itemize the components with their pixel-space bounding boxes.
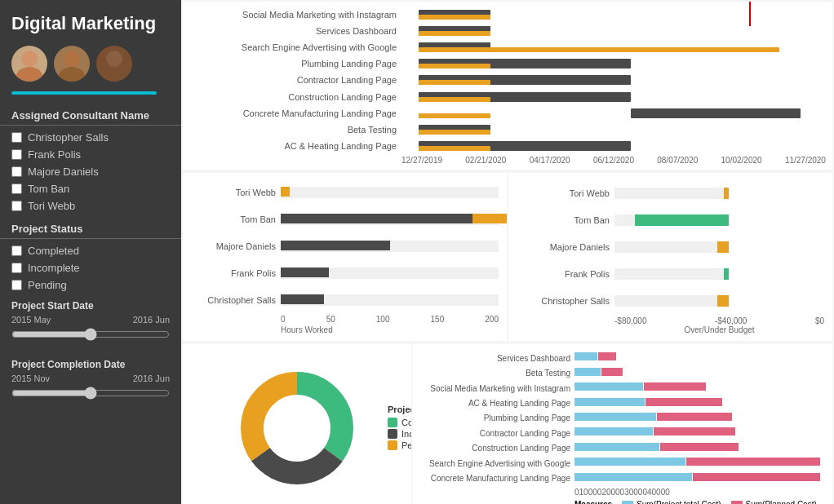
cost-bar-track [574, 352, 826, 364]
cost-panel: Services DashboardBeta TestingSocial Med… [413, 344, 832, 504]
legend-completed: Completed [388, 418, 411, 427]
checkbox-christopher[interactable] [11, 132, 22, 143]
cost-bar-row: Social Media Marketing with Instagram [419, 382, 826, 394]
consultant-label-christopher: Christopher Salls [28, 131, 109, 144]
hours-bar-row: Tori Webb [191, 187, 499, 198]
legend-dot-completed [388, 418, 397, 427]
gantt-bar-container [401, 141, 826, 151]
gantt-bar-container [401, 125, 826, 135]
legend-label-completed: Completed [401, 418, 411, 427]
cost-bar-blue [574, 473, 692, 481]
legend-dot-pending [388, 440, 397, 450]
budget-axis-label: Over/Under Budget [517, 325, 824, 334]
cost-axis-tick: 10000 [579, 488, 602, 497]
sidebar-item-frank[interactable]: Frank Polis [0, 146, 181, 163]
budget-bar-orange [717, 295, 729, 307]
sidebar-item-tomban[interactable]: Tom Ban [0, 180, 181, 197]
cost-bar-stack [574, 443, 739, 454]
hours-axis-tick: 200 [485, 315, 499, 324]
hours-bar-label: Tori Webb [191, 188, 281, 197]
hours-bar-dark [281, 267, 329, 277]
budget-bar-track [614, 241, 729, 253]
hours-axis-tick: 150 [431, 315, 445, 324]
gantt-task-label: Concrete Manufacturing Landing Page [189, 108, 401, 118]
main-content: Social Media Marketing with InstagramSer… [181, 0, 834, 504]
sidebar-item-majore[interactable]: Majore Daniels [0, 163, 181, 180]
sidebar-item-christopher[interactable]: Christopher Salls [0, 129, 181, 146]
budget-bar-label: Frank Polis [517, 269, 614, 279]
legend-label-pending: Pending [401, 440, 411, 450]
gantt-row: Contractor Landing Page [189, 73, 826, 87]
cost-bar-row: Contractor Landing Page [419, 427, 826, 439]
measures-item-label: Sum(Project total Cost) [637, 500, 721, 504]
gantt-bar-orange [419, 130, 490, 135]
gantt-task-label: Contractor Landing Page [189, 75, 401, 85]
gantt-row: Services Dashboard [189, 24, 826, 38]
today-marker [749, 2, 751, 26]
consultant-label-toriwebb: Tori Webb [28, 200, 75, 212]
start-date-slider[interactable] [11, 328, 170, 341]
gantt-row: AC & Heating Landing Page [189, 139, 826, 153]
donut-wrapper: Project Status Completed Incomplete Pend… [236, 367, 358, 489]
cost-bar-pink [693, 473, 820, 481]
cost-bar-row: Plumbing Landing Page [419, 413, 826, 424]
completion-date-left: 2015 Nov [11, 374, 50, 383]
budget-bar-row: Christopher Salls [517, 295, 824, 307]
budget-bar-track [614, 268, 729, 280]
checkbox-completed[interactable] [11, 245, 22, 256]
sidebar-item-pending[interactable]: Pending [0, 276, 181, 294]
cost-bar-stack [574, 458, 820, 469]
hours-bar-label: Majore Daniels [191, 241, 281, 251]
budget-bar-orange [717, 241, 729, 253]
checkbox-majore[interactable] [11, 166, 22, 177]
cost-bar-row: Search Engine Advertising with Google [419, 458, 826, 469]
budget-axis-tick: -$40,000 [715, 316, 747, 325]
svg-point-4 [106, 51, 122, 67]
sidebar-item-toriwebb[interactable]: Tori Webb [0, 197, 181, 214]
budget-bar-label: Majore Daniels [517, 242, 614, 252]
cost-bar-label: Construction Landing Page [419, 444, 574, 453]
budget-axis: -$80,000-$40,000$0 [517, 316, 824, 325]
gantt-axis-label: 12/27/2019 [401, 156, 442, 165]
status-label-incomplete: Incomplete [28, 262, 80, 274]
checkbox-frank[interactable] [11, 149, 22, 160]
hours-bar-label: Frank Polis [191, 268, 281, 278]
budget-bar-green [724, 268, 729, 280]
budget-axis-tick: $0 [815, 316, 824, 325]
cost-bar-pink [686, 458, 820, 466]
donut-svg [236, 367, 358, 489]
cost-chart: Services DashboardBeta TestingSocial Med… [419, 351, 826, 486]
cost-bar-label: Services Dashboard [419, 354, 574, 363]
sidebar-item-completed[interactable]: Completed [0, 242, 181, 259]
cost-bar-label: Concrete Manufacturing Landing Page [419, 474, 574, 483]
checkbox-incomplete[interactable] [11, 263, 22, 273]
donut-title: Project Status [388, 405, 411, 414]
avatar-2 [54, 46, 90, 82]
hours-bar-label: Tom Ban [191, 214, 281, 224]
completion-date-section: Project Completion Date 2015 Nov 2016 Ju… [0, 352, 181, 411]
gantt-bar-orange [419, 97, 490, 102]
cost-bar-row: Concrete Manufacturing Landing Page [419, 473, 826, 484]
budget-axis-tick: -$80,000 [614, 316, 646, 325]
gantt-row: Plumbing Landing Page [189, 56, 826, 71]
cost-bar-blue [574, 443, 659, 451]
budget-bar-green [635, 214, 729, 226]
sidebar-item-incomplete[interactable]: Incomplete [0, 259, 181, 276]
hours-axis-tick: 50 [326, 315, 335, 324]
gantt-bar-orange [419, 146, 490, 151]
completion-date-slider[interactable] [11, 387, 170, 400]
checkbox-toriwebb[interactable] [11, 201, 22, 211]
hours-axis-tick: 100 [376, 315, 390, 324]
budget-bar-row: Majore Daniels [517, 241, 824, 253]
checkbox-tomban[interactable] [11, 183, 22, 194]
gantt-bar-orange [419, 15, 490, 20]
cost-bar-blue [574, 368, 601, 376]
consultant-label-majore: Majore Daniels [28, 166, 99, 178]
gantt-row: Search Engine Advertising with Google [189, 40, 826, 55]
checkbox-pending[interactable] [11, 280, 22, 290]
gantt-row: Concrete Manufacturing Landing Page [189, 106, 826, 121]
gantt-bar-container [401, 42, 826, 52]
budget-bar-label: Christopher Salls [517, 296, 614, 306]
project-status-section-label: Project Status [0, 214, 181, 239]
start-date-right: 2016 Jun [133, 315, 170, 325]
